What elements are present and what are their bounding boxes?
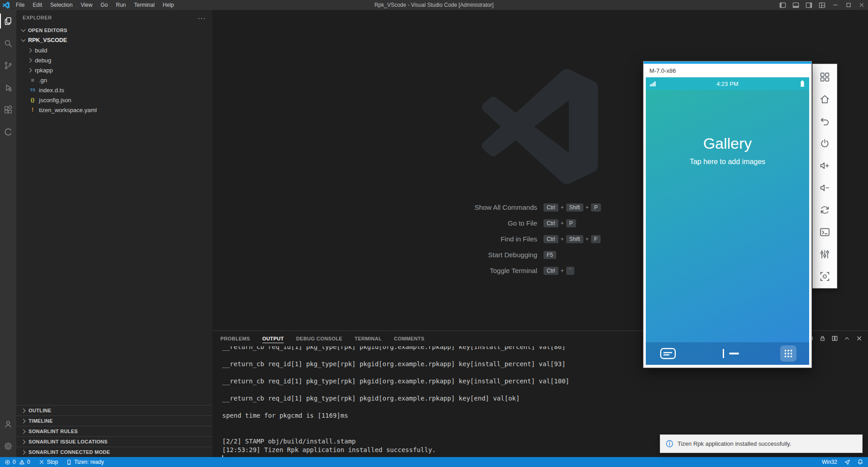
toggle-sidebar-icon[interactable] [776,0,789,10]
split-panel-icon[interactable] [831,335,838,342]
app-list-icon[interactable] [812,66,837,88]
menu-view[interactable]: View [76,0,96,10]
minimize-button[interactable] [829,0,842,10]
screenshot-icon[interactable] [812,265,837,288]
output-line: __return_cb req_id[1] pkg_type[rpk] pkgi… [222,377,868,386]
caret-indicator [723,349,724,358]
menu-selection[interactable]: Selection [46,0,76,10]
plus-separator: + [586,204,589,211]
shortcut-label: Go to File [212,219,537,227]
maximize-panel-icon[interactable] [844,335,850,342]
output-line [222,368,868,377]
sidebar-title: EXPLORER [23,15,52,20]
section-label: TIMELINE [29,418,53,424]
workspace-root-folder[interactable]: RPK_VSCODE [16,35,212,45]
tab-output[interactable]: OUTPUT [262,331,284,346]
run-debug-icon[interactable] [0,76,16,99]
tree-item-index-dts[interactable]: TS index.d.ts [16,85,212,95]
section-label: SONARLINT RULES [29,429,78,434]
back-icon[interactable] [812,110,837,132]
menu-help[interactable]: Help [159,0,178,10]
tree-item-tizen-workspace-yaml[interactable]: ! tizen_workspace.yaml [16,105,212,115]
customize-layout-icon[interactable] [816,0,829,10]
shortcut-label: Toggle Terminal [212,267,537,274]
apps-grid-button[interactable] [780,345,796,362]
volume-up-icon[interactable] [812,155,837,177]
explorer-icon[interactable] [0,10,16,32]
open-editors-section[interactable]: OPEN EDITORS [16,25,212,35]
menu-file[interactable]: File [12,0,29,10]
toggle-secondary-sidebar-icon[interactable] [802,0,816,10]
tree-item-label: rpkapp [35,67,53,74]
section-sonarlint-rules[interactable]: SONARLINT RULES [16,426,212,436]
sidebar-header: EXPLORER ··· [16,10,212,25]
settings-gear-icon[interactable] [0,435,16,457]
chevron-down-icon [21,27,26,32]
key-badge: Shift [566,235,583,243]
volume-down-icon[interactable] [812,177,837,199]
menu-run[interactable]: Run [112,0,130,10]
device-phone-icon [66,459,72,465]
tizen-status[interactable]: Tizen: ready [66,459,104,465]
error-count: 0 [13,459,16,465]
tab-problems[interactable]: PROBLEMS [220,331,250,346]
section-label: SONARLINT ISSUE LOCATIONS [29,439,108,444]
tree-item-build[interactable]: build [16,45,212,55]
platform-label[interactable]: Win32 [822,459,837,465]
menu-terminal[interactable]: Terminal [130,0,158,10]
search-icon[interactable] [0,32,16,54]
tab-debug-console[interactable]: DEBUG CONSOLE [296,331,342,346]
toggle-panel-icon[interactable] [789,0,802,10]
key-badge: P [591,203,601,212]
chevron-right-icon [21,408,26,413]
menu-edit[interactable]: Edit [29,0,46,10]
feedback-icon[interactable] [844,459,850,465]
key-badge: ` [566,267,574,275]
tab-terminal[interactable]: TERMINAL [355,331,382,346]
rotate-icon[interactable] [812,199,837,221]
lock-scroll-icon[interactable] [819,335,826,342]
status-bar: 0 0 Stop Tizen: ready Win32 [0,457,868,467]
maximize-button[interactable] [842,0,855,10]
section-timeline[interactable]: TIMELINE [16,415,212,426]
tab-comments[interactable]: COMMENTS [394,331,424,346]
section-label: SONARLINT CONNECTED MODE [29,449,110,455]
home-icon[interactable] [812,88,837,110]
stop-task-button[interactable]: Stop [39,459,58,465]
control-panel-icon[interactable] [812,243,837,265]
problems-status[interactable]: 0 0 [5,459,31,465]
close-button[interactable] [855,0,868,10]
more-actions-button[interactable]: ··· [198,14,206,22]
tree-item-jsconfig[interactable]: {} jsconfig.json [16,95,212,105]
notifications-bell-icon[interactable] [857,459,863,465]
recent-apps-button[interactable] [659,347,677,360]
chevron-down-icon [21,37,26,42]
tizen-emulator-window[interactable]: M-7.0-x86 4:23 PM Gallery Tap here to ad… [643,61,812,368]
shell-icon[interactable] [812,221,837,243]
source-control-icon[interactable] [0,54,16,76]
section-sonarlint-connected-mode[interactable]: SONARLINT CONNECTED MODE [16,447,212,457]
menu-go[interactable]: Go [96,0,112,10]
add-images-hint[interactable]: Tap here to add images [646,158,809,166]
sonarlint-icon[interactable] [0,121,16,143]
key-badge: F [591,235,601,243]
chevron-right-icon [21,419,26,423]
home-indicator[interactable] [729,353,739,354]
extensions-icon[interactable] [0,99,16,121]
activity-bar-bottom [0,413,16,457]
output-line: __return_cb req_id[1] pkg_type[rpk] pkgi… [222,394,868,403]
key-badge: Ctrl [544,267,558,275]
section-outline[interactable]: OUTLINE [16,405,212,415]
power-icon[interactable] [812,132,837,155]
tree-item-debug[interactable]: debug [16,55,212,65]
close-panel-icon[interactable] [856,335,863,342]
account-icon[interactable] [0,413,16,435]
plus-separator: + [586,236,589,242]
app-title: Gallery [646,133,809,153]
install-success-toast[interactable]: Tizen Rpk application installed successf… [660,434,863,453]
tree-item-rpkapp[interactable]: rpkapp [16,65,212,75]
section-sonarlint-issue-locations[interactable]: SONARLINT ISSUE LOCATIONS [16,436,212,447]
key-badge: Ctrl [544,235,558,243]
emulator-screen[interactable]: 4:23 PM Gallery Tap here to add images [646,77,809,365]
tree-item-gn[interactable]: ≡ .gn [16,75,212,85]
